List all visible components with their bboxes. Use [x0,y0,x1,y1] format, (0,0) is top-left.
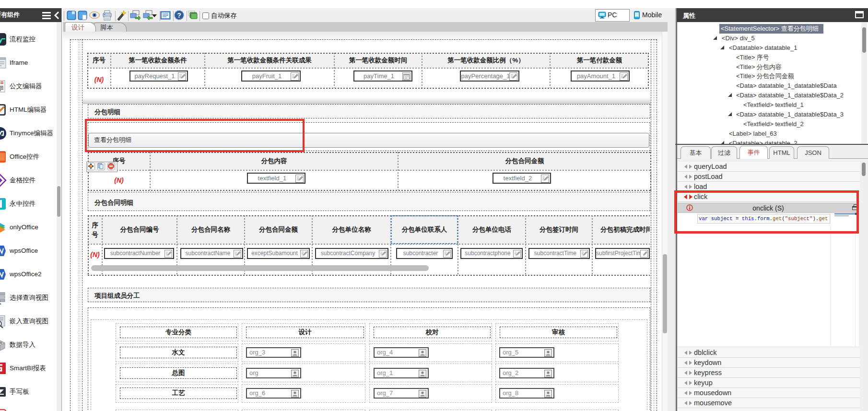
svg-text:?: ? [177,12,181,19]
